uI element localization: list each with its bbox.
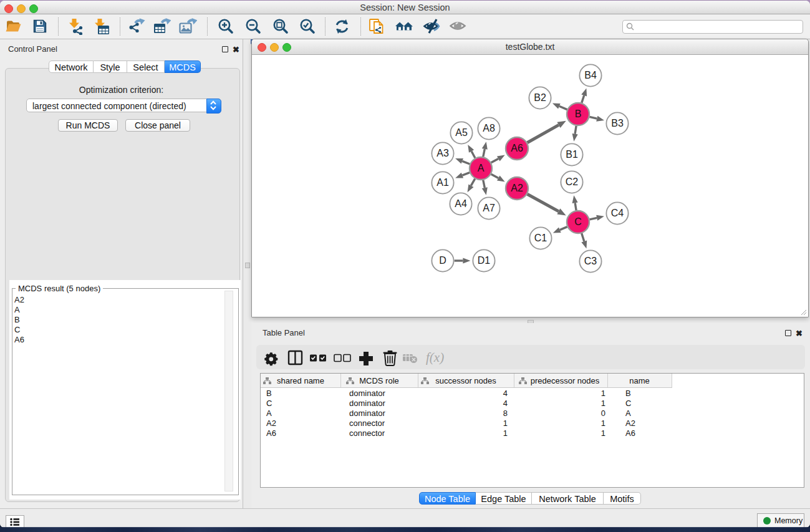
svg-text:D1: D1 — [478, 255, 491, 266]
svg-text:A4: A4 — [455, 198, 467, 209]
svg-text:A: A — [478, 163, 485, 173]
svg-text:B1: B1 — [566, 149, 578, 160]
svg-text:C1: C1 — [534, 233, 547, 243]
svg-text:f(x): f(x) — [426, 350, 444, 365]
svg-text:B4: B4 — [584, 70, 597, 80]
svg-text:A1: A1 — [436, 177, 449, 188]
svg-text:B2: B2 — [534, 92, 546, 103]
svg-text:A3: A3 — [436, 148, 449, 158]
svg-text:C2: C2 — [566, 177, 579, 187]
svg-text:D: D — [439, 255, 446, 266]
svg-text:A2: A2 — [511, 183, 523, 193]
svg-text:A6: A6 — [511, 143, 523, 153]
svg-text:C: C — [574, 216, 582, 227]
svg-text:A8: A8 — [483, 123, 495, 133]
svg-text:C3: C3 — [584, 256, 597, 266]
svg-text:A5: A5 — [455, 127, 468, 138]
svg-text:A7: A7 — [483, 203, 495, 213]
svg-text:C4: C4 — [611, 208, 624, 218]
svg-text:B: B — [575, 109, 582, 119]
svg-text:B3: B3 — [611, 118, 624, 128]
